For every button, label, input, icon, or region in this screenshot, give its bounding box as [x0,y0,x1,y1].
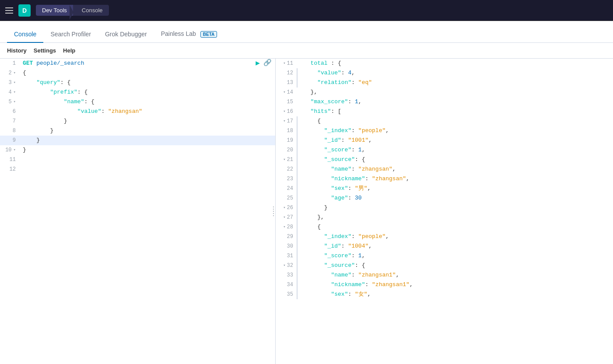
resp-line-number-21: ▾21 [276,155,297,164]
response-line-13: 13 "relation": "eq" [276,78,613,88]
response-line-22: 22 "name": "zhangsan", [276,164,613,174]
fold-bar-27 [297,213,302,222]
editor-panel: 1GET people/_search▶🔗2▾{3▾ "query": {4▾ … [0,59,276,364]
resp-content-32: "_source": { [302,261,613,270]
settings-button[interactable]: Settings [34,46,56,56]
resp-fold-arrow-26[interactable]: ▾ [283,203,285,213]
resp-content-13: "relation": "eq" [302,78,613,88]
resp-content-24: "sex": "男", [302,184,613,193]
line-number-3: 3▾ [0,78,21,88]
line-number-7: 7 [0,116,21,126]
resp-line-number-17: ▾17 [276,116,297,126]
editor-line-5: 5▾ "name": { [0,97,275,107]
resp-fold-arrow-11[interactable]: ▾ [283,59,285,68]
resp-content-29: "_index": "people", [302,232,613,242]
fold-arrow-4[interactable]: ▾ [14,88,16,97]
line-number-11: 11 [0,155,21,164]
resp-line-number-15: 15 [276,97,297,107]
fold-bar-20 [297,145,302,155]
response-line-26: ▾26 } [276,203,613,213]
editor-line-4: 4▾ "prefix": { [0,88,275,97]
fold-bar-24 [297,184,302,193]
line-number-1: 1 [0,59,21,68]
line-content-6: "value": "zhangsan" [21,107,275,116]
resp-line-number-35: 35 [276,290,297,299]
fold-arrow-2[interactable]: ▾ [14,68,16,78]
response-line-11: ▾11 total : { [276,59,613,68]
line-content-9: } [21,136,275,145]
editor-line-9: 9 } [0,136,275,145]
copy-curl-button[interactable]: 🔗 [263,59,272,68]
line-content-7: } [21,116,275,126]
breadcrumb-console[interactable]: Console [73,5,109,16]
resp-fold-arrow-17[interactable]: ▾ [283,116,285,126]
resp-line-number-18: 18 [276,126,297,136]
resp-line-number-30: 30 [276,242,297,251]
resp-line-number-25: 25 [276,193,297,203]
fold-bar-12 [297,68,302,78]
help-button[interactable]: Help [63,46,75,56]
fold-arrow-3[interactable]: ▾ [14,78,16,88]
editor-line-1: 1GET people/_search▶🔗 [0,59,275,68]
tab-bar: Console Search Profiler Grok Debugger Pa… [0,21,613,43]
line-content-2: { [21,68,275,78]
resp-fold-arrow-14[interactable]: ▾ [283,88,285,97]
line-number-8: 8 [0,126,21,136]
line-number-10: 10▾ [0,145,21,155]
line-number-6: 6 [0,107,21,116]
tab-console[interactable]: Console [7,26,43,43]
fold-bar-13 [297,78,302,88]
tab-grok-debugger[interactable]: Grok Debugger [98,26,154,43]
resp-line-number-27: ▾27 [276,213,297,222]
resp-content-21: "_source": { [302,155,613,164]
resp-fold-arrow-28[interactable]: ▾ [283,222,285,232]
resp-line-number-34: 34 [276,280,297,290]
response-line-31: 31 "_score": 1, [276,251,613,261]
resp-content-23: "nickname": "zhangsan", [302,174,613,184]
resp-line-number-29: 29 [276,232,297,242]
response-line-28: ▾28 { [276,222,613,232]
history-button[interactable]: History [7,46,27,56]
code-editor[interactable]: 1GET people/_search▶🔗2▾{3▾ "query": {4▾ … [0,59,275,364]
resp-fold-arrow-21[interactable]: ▾ [283,155,285,164]
response-line-25: 25 "age": 30 [276,193,613,203]
resp-content-26: } [302,203,613,213]
resp-content-33: "name": "zhangsan1", [302,270,613,280]
fold-bar-18 [297,126,302,136]
resp-fold-arrow-27[interactable]: ▾ [283,213,285,222]
fold-bar-33 [297,270,302,280]
resp-content-20: "_score": 1, [302,145,613,155]
fold-arrow-10[interactable]: ▾ [14,145,16,155]
breadcrumb-devtools[interactable]: Dev Tools [36,5,73,16]
hamburger-icon[interactable] [5,7,13,14]
resp-fold-arrow-32[interactable]: ▾ [283,261,285,270]
fold-bar-28 [297,222,302,232]
run-button[interactable]: ▶ [256,59,260,68]
response-line-32: ▾32 "_source": { [276,261,613,270]
resp-line-number-20: 20 [276,145,297,155]
response-line-23: 23 "nickname": "zhangsan", [276,174,613,184]
line-content-5: "name": { [21,97,275,107]
resp-fold-arrow-16[interactable]: ▾ [283,107,285,116]
resp-content-14: }, [302,88,613,97]
line-number-5: 5▾ [0,97,21,107]
fold-arrow-5[interactable]: ▾ [14,97,16,107]
editor-line-8: 8 } [0,126,275,136]
resize-handle[interactable] [272,203,275,220]
editor-line-11: 11 [0,155,275,164]
response-line-19: 19 "_id": "1001", [276,136,613,145]
line-content-8: } [21,126,275,136]
response-line-18: 18 "_index": "people", [276,126,613,136]
resp-line-number-28: ▾28 [276,222,297,232]
resp-line-number-24: 24 [276,184,297,193]
response-line-20: 20 "_score": 1, [276,145,613,155]
fold-bar-26 [297,203,302,213]
line-number-9: 9 [0,136,21,145]
tab-search-profiler[interactable]: Search Profiler [43,26,98,43]
beta-badge: BETA [200,31,217,38]
fold-bar-29 [297,232,302,242]
response-line-30: 30 "_id": "1004", [276,242,613,251]
fold-bar-35 [297,290,302,299]
resp-line-number-26: ▾26 [276,203,297,213]
tab-painless-lab[interactable]: Painless Lab BETA [154,26,224,43]
